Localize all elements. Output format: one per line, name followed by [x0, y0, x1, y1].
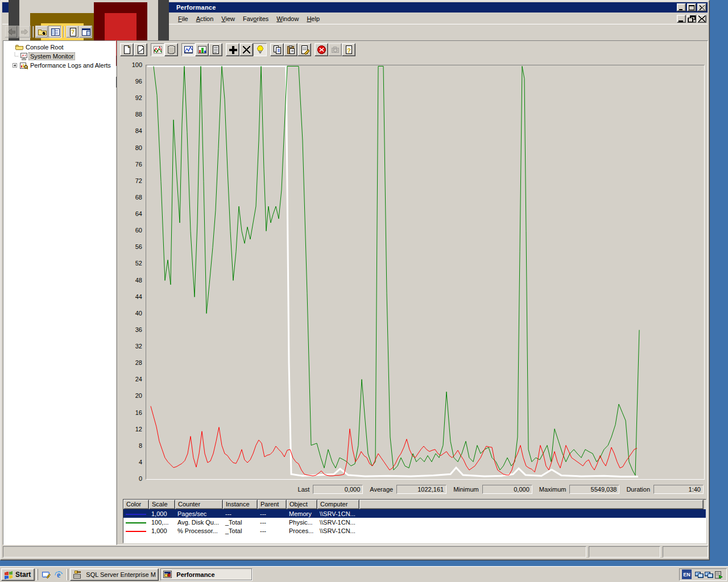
tree-item-performance-logs-and-alerts[interactable]: Performance Logs and Alerts	[3, 61, 115, 70]
sql-icon	[73, 570, 84, 579]
menu-view[interactable]: View	[217, 14, 239, 24]
tree-line	[10, 52, 19, 61]
console-tree: Console RootSystem MonitorPerformance Lo…	[3, 40, 116, 545]
tree-item-label[interactable]: System Monitor	[28, 52, 75, 60]
stat-label-maximum: Maximum	[539, 486, 566, 493]
legend-header: ColorScaleCounterInstanceParentObjectCom…	[123, 500, 706, 509]
task-button-sql-server-enterprise-m-[interactable]: SQL Server Enterprise M...	[70, 568, 159, 581]
child-close-button[interactable]	[697, 15, 706, 23]
y-tick-label: 44	[121, 293, 142, 300]
copy-properties-button[interactable]	[270, 43, 284, 56]
series-pages-sec	[147, 66, 638, 477]
language-indicator[interactable]: EN	[682, 569, 692, 579]
legend-row--processor-[interactable]: 1,000% Processor..._Total---Proces...\\S…	[123, 526, 706, 535]
view-report-button[interactable]	[209, 43, 222, 56]
start-flag-icon	[3, 570, 15, 579]
y-tick-label: 88	[121, 111, 142, 118]
menu-items: FileActionViewFavoritesWindowHelp	[174, 15, 324, 22]
legend-column-filler[interactable]	[359, 500, 704, 509]
y-tick-label: 24	[121, 376, 142, 383]
paste-counter-list-button[interactable]	[284, 43, 297, 56]
help-button[interactable]: ?	[342, 43, 355, 56]
window-panes-button[interactable]	[79, 26, 92, 38]
y-tick-label: 36	[121, 326, 142, 333]
legend-cell: ---	[258, 527, 287, 534]
status-panel-main	[3, 546, 586, 558]
stat-label-last: Last	[298, 486, 310, 493]
help-doc-button[interactable]: ?	[66, 26, 79, 38]
counter-color-swatch	[126, 531, 146, 532]
y-tick-label: 56	[121, 243, 142, 250]
y-tick-label: 64	[121, 210, 142, 217]
y-tick-label: 16	[121, 409, 142, 416]
up-folder-button[interactable]	[35, 26, 48, 38]
task-button-performance[interactable]: Performance	[160, 568, 253, 581]
tree-item-console-root[interactable]: Console Root	[3, 43, 115, 52]
view-histogram-button[interactable]	[195, 43, 209, 56]
delete-counter-button[interactable]	[239, 43, 253, 56]
child-minimize-button[interactable]	[677, 15, 686, 23]
ie-icon[interactable]: e	[52, 568, 65, 581]
menu-favorites[interactable]: Favorites	[239, 14, 272, 24]
server-icon[interactable]	[713, 569, 723, 579]
legend-cell: ---	[258, 519, 287, 526]
network-icon[interactable]	[694, 569, 704, 579]
close-button[interactable]	[697, 3, 706, 11]
highlight-button[interactable]	[253, 43, 267, 56]
legend-row-avg-disk-qu-[interactable]: 100,...Avg. Disk Qu..._Total---Physic...…	[123, 518, 706, 526]
quick-launch: e	[40, 568, 65, 581]
menu-bar: FileActionViewFavoritesWindowHelp	[2, 13, 708, 24]
task-buttons: SQL Server Enterprise M...Performance	[70, 568, 254, 581]
legend-cell	[123, 519, 149, 526]
view-log-data-button[interactable]	[164, 43, 178, 56]
y-tick-label: 72	[121, 177, 142, 184]
y-tick-label: 100	[121, 61, 142, 68]
legend-column-parent[interactable]: Parent	[258, 500, 287, 509]
svg-text:?: ?	[71, 29, 74, 35]
y-tick-label: 4	[121, 459, 142, 465]
back-arrow-button	[5, 26, 18, 38]
tree-item-label[interactable]: Console Root	[24, 43, 65, 51]
y-tick-label: 48	[121, 277, 142, 284]
expand-icon[interactable]	[10, 61, 19, 70]
tree-item-label[interactable]: Performance Logs and Alerts	[28, 61, 113, 69]
stat-value-duration: 1:40	[653, 485, 704, 494]
legend-column-object[interactable]: Object	[287, 500, 317, 509]
counter-color-swatch	[126, 522, 146, 523]
tree-item-system-monitor[interactable]: System Monitor	[3, 52, 115, 61]
system-monitor-panel: ? 10096928884807672686460565248444036322…	[117, 40, 708, 545]
show-desktop-icon[interactable]	[40, 568, 52, 581]
task-button-label: SQL Server Enterprise M...	[86, 571, 156, 578]
show-hide-tree-button[interactable]	[48, 26, 61, 38]
view-current-activity-button[interactable]	[151, 43, 164, 56]
child-restore-button[interactable]	[687, 15, 696, 23]
properties-button[interactable]	[297, 43, 311, 56]
legend-column-counter[interactable]: Counter	[175, 500, 223, 509]
legend-cell: 100,...	[149, 519, 175, 526]
legend-column-computer[interactable]: Computer	[317, 500, 359, 509]
stat-value-maximum: 5549,038	[569, 485, 619, 494]
legend-cell: Memory	[287, 510, 317, 517]
view-graph-button[interactable]	[181, 43, 195, 56]
legend-row-pages-sec[interactable]: 1,000Pages/sec------Memory\\SRV-1CN...	[123, 509, 706, 518]
legend-column-instance[interactable]: Instance	[223, 500, 258, 509]
add-counter-button[interactable]	[226, 43, 239, 56]
freeze-display-button[interactable]	[315, 43, 328, 56]
minimize-button[interactable]	[677, 3, 686, 11]
menu-window[interactable]: Window	[272, 14, 303, 24]
maximize-button[interactable]	[687, 3, 696, 11]
network-icon[interactable]	[704, 569, 713, 579]
start-button[interactable]: Start	[1, 568, 35, 581]
y-tick-label: 68	[121, 194, 142, 201]
legend-column-color[interactable]: Color	[123, 500, 149, 509]
y-tick-label: 96	[121, 78, 142, 85]
menu-help[interactable]: Help	[303, 14, 324, 24]
status-panel-2	[589, 546, 660, 558]
y-tick-label: 76	[121, 161, 142, 168]
menu-file[interactable]: File	[174, 14, 192, 24]
chart-plot-area[interactable]: #FF0000"/>	[146, 65, 705, 480]
legend-cell: \\SRV-1CN...	[317, 519, 359, 526]
legend-column-scale[interactable]: Scale	[149, 500, 175, 509]
legend-cell: Physic...	[287, 519, 317, 526]
menu-action[interactable]: Action	[192, 14, 218, 24]
